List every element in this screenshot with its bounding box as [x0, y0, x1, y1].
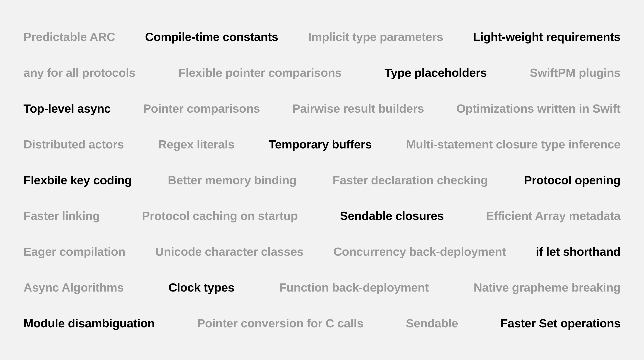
feature-row-6: Eager compilation Unicode character clas… — [24, 245, 620, 258]
feature-item: Faster linking — [24, 209, 100, 223]
feature-item: Pointer conversion for C calls — [197, 316, 364, 330]
feature-row-3: Distributed actors Regex literals Tempor… — [24, 137, 620, 151]
feature-item: Multi-statement closure type inference — [406, 137, 620, 151]
feature-item: Protocol caching on startup — [142, 209, 298, 223]
feature-item: Type placeholders — [384, 66, 487, 80]
feature-item: Pointer comparisons — [143, 102, 260, 115]
feature-row-2: Top-level async Pointer comparisons Pair… — [24, 102, 620, 115]
feature-item: Module disambiguation — [24, 316, 155, 330]
feature-row-0: Predictable ARC Compile-time constants I… — [24, 30, 620, 44]
feature-row-4: Flexbile key coding Better memory bindin… — [24, 173, 620, 187]
feature-row-7: Async Algorithms Clock types Function ba… — [24, 280, 620, 294]
feature-item: Implicit type parameters — [308, 30, 443, 44]
feature-item: Async Algorithms — [24, 280, 124, 294]
feature-item: Pairwise result builders — [292, 102, 424, 115]
feature-item: Light-weight requirements — [473, 30, 620, 44]
feature-item: Temporary buffers — [269, 137, 372, 151]
feature-item: Predictable ARC — [24, 30, 115, 44]
feature-item: Sendable closures — [340, 209, 444, 223]
feature-item: Distributed actors — [24, 137, 124, 151]
feature-item: Efficient Array metadata — [486, 209, 620, 223]
feature-item: Eager compilation — [24, 245, 125, 258]
feature-item: Compile-time constants — [145, 30, 278, 44]
feature-item: any for all protocols — [24, 66, 136, 80]
feature-item: Optimizations written in Swift — [456, 102, 620, 115]
feature-row-8: Module disambiguation Pointer conversion… — [24, 316, 620, 330]
feature-item: Native grapheme breaking — [474, 280, 620, 294]
feature-item: Flexbile key coding — [24, 173, 132, 187]
feature-item: Sendable — [406, 316, 458, 330]
feature-row-1: any for all protocols Flexible pointer c… — [24, 66, 620, 80]
feature-item: Protocol opening — [524, 173, 620, 187]
feature-row-5: Faster linking Protocol caching on start… — [24, 209, 620, 223]
feature-item: if let shorthand — [536, 245, 620, 258]
feature-item: Faster Set operations — [500, 316, 620, 330]
feature-item: Unicode character classes — [155, 245, 304, 258]
feature-item: Clock types — [168, 280, 234, 294]
feature-item: Concurrency back-deployment — [333, 245, 506, 258]
feature-item: Regex literals — [158, 137, 234, 151]
feature-item: SwiftPM plugins — [530, 66, 620, 80]
feature-item: Better memory binding — [168, 173, 296, 187]
feature-item: Top-level async — [24, 102, 111, 115]
feature-item: Faster declaration checking — [332, 173, 488, 187]
feature-item: Flexible pointer comparisons — [178, 66, 342, 80]
feature-item: Function back-deployment — [279, 280, 429, 294]
